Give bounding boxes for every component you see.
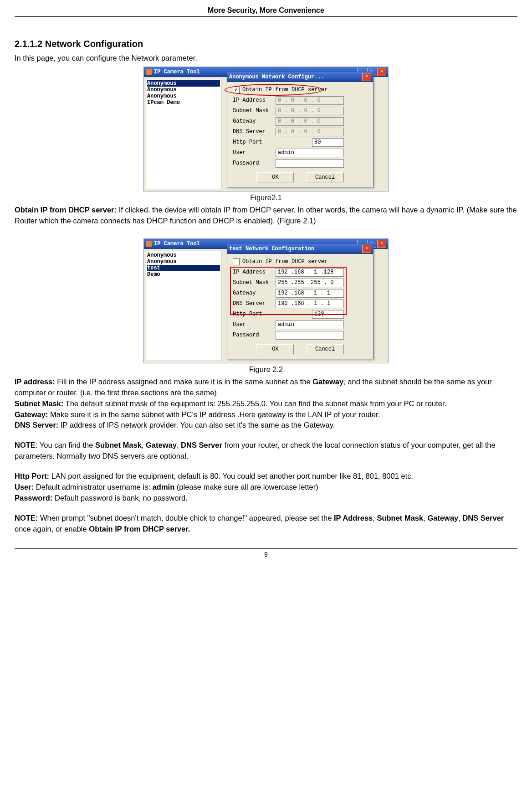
- http-port-label: Http Port: [233, 139, 276, 145]
- dhcp-checkbox[interactable]: ✔: [233, 87, 240, 93]
- subnet-mask-label: Subnet Mask: [233, 279, 276, 286]
- camera-list[interactable]: Anonymous Anonymous test Demo: [146, 251, 221, 361]
- list-item[interactable]: IPcam Demo: [147, 99, 220, 106]
- ip-address-label: IP Address: [233, 269, 276, 275]
- password-paragraph: Password: Default password is bank, no p…: [15, 493, 517, 504]
- page-number: 9: [15, 548, 517, 558]
- ok-button[interactable]: OK: [256, 344, 294, 354]
- camera-list[interactable]: Anonymous Anonymous Anonymous IPcam Demo: [146, 79, 221, 189]
- user-paragraph: User: Default administrator username is:…: [15, 482, 517, 493]
- section-heading: 2.1.1.2 Network Configuration: [15, 39, 517, 49]
- figure-2-1-caption: Figure2.1: [15, 193, 517, 202]
- dialog-close-button[interactable]: ✕: [362, 73, 371, 81]
- user-input[interactable]: admin: [276, 149, 344, 157]
- note-1-paragraph: NOTE: You can find the Subnet Mask, Gate…: [15, 440, 517, 462]
- dns-server-paragraph: DNS Server: IP address of IPS network pr…: [15, 420, 517, 431]
- dialog-close-button[interactable]: ✕: [362, 245, 371, 253]
- figure-2-2-caption: Figure 2.2: [15, 365, 517, 374]
- subnet-mask-input[interactable]: 255 .255 .255 . 0: [276, 279, 344, 287]
- gateway-label: Gateway: [233, 118, 276, 124]
- password-label: Password: [233, 332, 276, 338]
- gateway-input[interactable]: 0 . 0 . 0 . 0: [276, 117, 344, 126]
- gateway-label: Gateway: [233, 290, 276, 296]
- network-config-dialog: Anonymous Network Configur... ✕ ✔ Obtain…: [227, 72, 373, 187]
- dns-server-input[interactable]: 0 . 0 . 0 . 0: [276, 128, 344, 136]
- page-header: More Security, More Convenience: [15, 6, 517, 17]
- ip-address-label: IP Address: [233, 97, 276, 103]
- ok-button[interactable]: OK: [256, 172, 294, 182]
- figure-2-2: IP Camera Tool _ ☐ ✕ Anonymous Anonymous…: [15, 238, 517, 363]
- http-port-label: Http Port: [233, 311, 276, 317]
- ip-address-input[interactable]: 0 . 0 . 0 . 0: [276, 96, 344, 105]
- list-item[interactable]: test: [147, 265, 220, 271]
- user-label: User: [233, 150, 276, 156]
- list-item[interactable]: Demo: [147, 271, 220, 278]
- list-item[interactable]: Anonymous: [147, 80, 220, 87]
- cancel-button[interactable]: Cancel: [307, 344, 344, 354]
- subnet-mask-paragraph: Subnet Mask: The default subnet mask of …: [15, 398, 517, 409]
- gateway-paragraph: Gateway: Make sure it is in the same sub…: [15, 409, 517, 420]
- list-item[interactable]: Anonymous: [147, 93, 220, 99]
- document-page: More Security, More Convenience 2.1.1.2 …: [0, 0, 532, 566]
- figure-2-1: IP Camera Tool _ ☐ ✕ Anonymous Anonymous…: [15, 67, 517, 191]
- list-item[interactable]: Anonymous: [147, 258, 220, 265]
- user-input[interactable]: admin: [276, 320, 344, 329]
- password-label: Password: [233, 160, 276, 166]
- subnet-mask-input[interactable]: 0 . 0 . 0 . 0: [276, 107, 344, 115]
- list-item[interactable]: Anonymous: [147, 252, 220, 258]
- list-item[interactable]: Anonymous: [147, 87, 220, 93]
- dhcp-checkbox[interactable]: [233, 258, 240, 265]
- dns-server-label: DNS Server: [233, 300, 276, 307]
- app-icon: [146, 241, 152, 247]
- note-2-paragraph: NOTE: When prompt "subnet doesn't match,…: [15, 513, 517, 535]
- close-button[interactable]: ✕: [377, 240, 386, 248]
- main-window: IP Camera Tool _ ☐ ✕ Anonymous Anonymous…: [143, 67, 389, 191]
- main-title: IP Camera Tool: [154, 69, 200, 75]
- cancel-button[interactable]: Cancel: [307, 172, 344, 182]
- dns-server-input[interactable]: 192 .168 . 1 . 1: [276, 300, 344, 308]
- http-port-paragraph: Http Port: LAN port assigned for the equ…: [15, 471, 517, 482]
- http-port-input[interactable]: 80: [312, 138, 344, 147]
- obtain-ip-paragraph: Obtain IP from DHCP server: If clicked, …: [15, 205, 517, 227]
- dhcp-label: Obtain IP from DHCP server: [242, 258, 327, 265]
- app-icon: [146, 69, 152, 75]
- intro-text: In this page, you can configure the Netw…: [15, 53, 517, 64]
- dns-server-label: DNS Server: [233, 129, 276, 135]
- gateway-input[interactable]: 192 .168 . 1 . 1: [276, 289, 344, 298]
- main-title: IP Camera Tool: [154, 241, 200, 247]
- user-label: User: [233, 321, 276, 328]
- dhcp-label: Obtain IP from DHCP server: [242, 87, 327, 93]
- main-window: IP Camera Tool _ ☐ ✕ Anonymous Anonymous…: [143, 238, 389, 363]
- password-input[interactable]: [276, 159, 344, 168]
- close-button[interactable]: ✕: [377, 68, 386, 76]
- http-port-input[interactable]: 128: [312, 310, 344, 319]
- password-input[interactable]: [276, 331, 344, 340]
- dialog-title: Anonymous Network Configur...: [229, 74, 324, 80]
- subnet-mask-label: Subnet Mask: [233, 108, 276, 114]
- network-config-dialog: test Network Configuration ✕ Obtain IP f…: [227, 243, 373, 359]
- ip-address-input[interactable]: 192 .168 . 1 .128: [276, 268, 344, 277]
- dialog-title: test Network Configuration: [229, 246, 314, 252]
- ip-address-paragraph: IP address: Fill in the IP address assig…: [15, 377, 517, 398]
